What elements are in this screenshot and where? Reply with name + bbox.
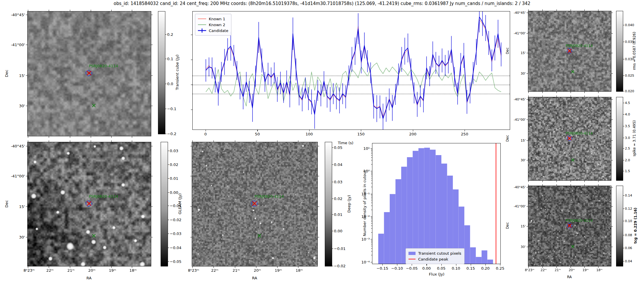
ra-axis-label: RA xyxy=(86,276,91,280)
axis-tick xyxy=(168,151,169,151)
axis-tick xyxy=(151,237,153,237)
colorbar-tick-label: 0.040 xyxy=(625,24,634,27)
axis-tick xyxy=(132,140,132,142)
dec-tick-label: 30' xyxy=(19,235,25,239)
axis-tick xyxy=(556,181,557,182)
dec-axis-label: Dec xyxy=(506,135,509,142)
axis-tick xyxy=(371,220,372,220)
colorbar-tick-label: 0.01 xyxy=(334,213,342,216)
axis-tick xyxy=(527,13,528,13)
axis-tick xyxy=(527,99,528,100)
axis-tick xyxy=(371,199,372,199)
density-tick-label: 10⁻³ xyxy=(361,237,370,241)
axis-tick xyxy=(371,201,372,201)
colorbar-tick-label: 0.06 xyxy=(625,246,632,250)
axis-tick xyxy=(527,187,528,187)
axis-tick xyxy=(111,136,112,138)
axis-tick xyxy=(371,217,372,218)
spike-cutout-panel: PSRJ0820-4114 xyxy=(528,97,611,181)
axis-tick xyxy=(623,148,624,149)
dec-tick-label: -40°45' xyxy=(514,98,526,101)
axis-tick xyxy=(332,214,333,215)
axis-tick xyxy=(151,176,153,176)
flux-tick-label: 0.10 xyxy=(452,266,460,270)
time-tick-label: 250 xyxy=(461,132,468,136)
dec-tick-label: 15' xyxy=(521,139,526,142)
axis-tick xyxy=(623,195,624,196)
candidate-marker-icon xyxy=(87,202,91,206)
candidate-series-line xyxy=(206,17,501,119)
spike-annotation-overlay: PSRJ0820-4114 xyxy=(528,97,611,180)
axis-tick xyxy=(412,264,412,266)
axis-tick xyxy=(309,130,310,131)
axis-tick xyxy=(111,266,112,268)
axis-tick xyxy=(257,130,258,131)
axis-tick xyxy=(528,95,529,97)
axis-tick xyxy=(191,110,192,110)
axis-tick xyxy=(584,92,585,93)
axis-tick xyxy=(168,206,169,206)
axis-tick xyxy=(318,146,319,146)
axis-tick xyxy=(623,138,624,138)
axis-tick xyxy=(132,266,132,268)
axis-tick xyxy=(318,237,319,237)
colorbar-tick-label: 3.5 xyxy=(625,125,630,128)
axis-tick xyxy=(371,240,372,241)
axis-tick xyxy=(584,266,585,268)
colorbar-tick-label: −0.04 xyxy=(170,246,181,250)
axis-tick xyxy=(332,231,333,231)
axis-tick xyxy=(371,178,372,178)
ra-tick-label: 8ʰ23ᵐ xyxy=(188,268,199,272)
dec-tick-label: -41°00' xyxy=(11,43,25,47)
axis-tick xyxy=(371,173,372,174)
ra-tick-label: 22ᵐ xyxy=(541,268,547,272)
time-tick-label: 0 xyxy=(204,132,207,136)
candidate-marker-icon xyxy=(568,137,571,140)
lightcurve-panel: Known 1Known 2Candidate xyxy=(192,11,510,130)
legend-item-candidate-peak: Candidate peak xyxy=(408,256,461,262)
axis-tick xyxy=(623,75,624,76)
axis-tick xyxy=(371,226,372,226)
axis-tick xyxy=(298,140,298,142)
axis-tick xyxy=(235,266,235,268)
axis-tick xyxy=(91,136,91,138)
axis-tick xyxy=(371,150,372,151)
known1-legend-line xyxy=(198,17,206,21)
axis-tick xyxy=(298,266,298,268)
rms-annotation-overlay: PSRJ0820-4114 xyxy=(528,11,611,91)
axis-tick xyxy=(371,187,372,187)
colorbar-tick-label: −0.03 xyxy=(170,232,181,236)
known-source-marker-icon xyxy=(571,245,574,248)
colorbar-tick-label: 0.10 xyxy=(625,219,632,223)
axis-tick xyxy=(168,220,169,220)
colorbar-tick-label: −0.01 xyxy=(334,247,346,251)
ra-tick-label: 18ᵐ xyxy=(130,268,137,272)
colorbar-tick-label: 0.030 xyxy=(625,58,634,61)
axis-tick xyxy=(192,266,193,268)
axis-tick xyxy=(28,136,28,138)
dec-tick-label: 30' xyxy=(521,72,526,75)
ra-tick-label: 19ᵐ xyxy=(583,268,589,272)
time-tick-label: 150 xyxy=(357,132,365,136)
dec-axis-label: Dec xyxy=(506,222,509,229)
axis-tick xyxy=(611,120,613,120)
axis-tick xyxy=(371,155,372,155)
axis-tick xyxy=(70,10,70,11)
axis-tick xyxy=(371,174,372,175)
ra-tick-label: 22ᵐ xyxy=(46,268,54,272)
ra-tick-label: 21ᵐ xyxy=(555,268,561,272)
axis-tick xyxy=(151,146,153,146)
axis-tick xyxy=(371,152,372,152)
axis-tick xyxy=(70,266,70,268)
colorbar-tick-label: −0.01 xyxy=(170,204,181,208)
axis-tick xyxy=(527,33,528,33)
axis-tick xyxy=(556,92,557,93)
axis-tick xyxy=(26,106,27,106)
axis-tick xyxy=(190,237,192,237)
spike-colorbar-label: spike = 3.71 (0.495) xyxy=(633,120,636,156)
axis-tick xyxy=(527,120,528,120)
histogram-bar xyxy=(430,150,436,264)
axis-tick xyxy=(371,232,372,233)
flux-tick-label: 0.05 xyxy=(437,266,445,270)
axis-tick xyxy=(623,171,624,171)
